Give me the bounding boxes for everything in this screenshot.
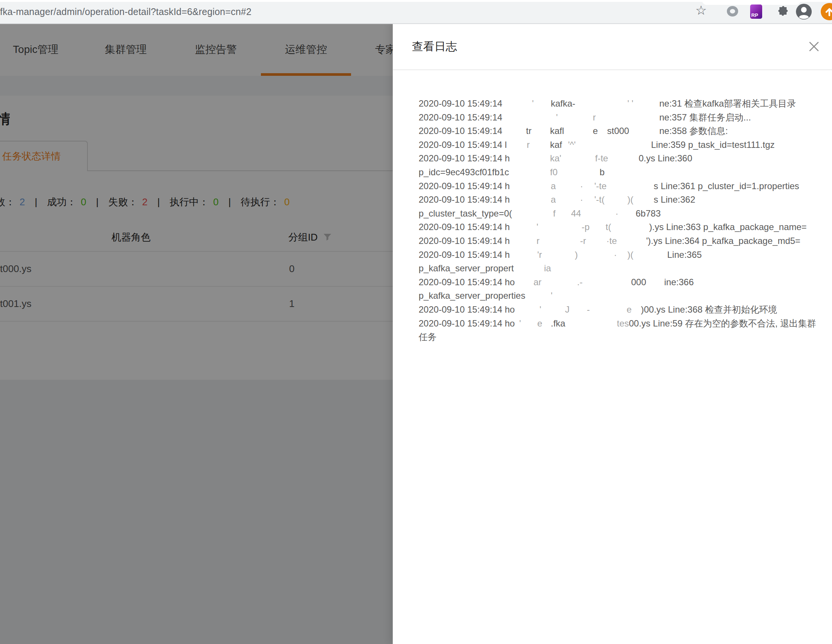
extension-ring-icon[interactable] xyxy=(727,6,738,16)
log-line: 任务 xyxy=(419,331,819,345)
log-line: p_kafka_server_properties' xyxy=(419,289,819,303)
log-line: 2020-09-10 15:49:14 lrkaf'^'Line:359 p_t… xyxy=(419,139,819,152)
log-line: p_idc=9ec493cf01fb1cf0b xyxy=(419,166,819,180)
log-line: 2020-09-10 15:49:14 ha·'-t()(s Line:362 xyxy=(419,193,819,207)
log-line: 2020-09-10 15:49:14 h'r)·)(Line:365 xyxy=(419,248,819,262)
log-line: p_cluster_task_type=0(f44·6b783 xyxy=(419,207,819,221)
extensions-puzzle-icon[interactable] xyxy=(773,5,789,21)
address-bar[interactable]: fka-manager/admin/operation-detail?taskI… xyxy=(0,0,251,23)
log-line: 2020-09-10 15:49:14 ho'J-e)00.ys Line:36… xyxy=(419,303,819,317)
drawer-title: 查看日志 xyxy=(412,23,457,69)
log-line: 2020-09-10 15:49:14 hr-r·te').ys Line:36… xyxy=(419,235,819,248)
log-drawer: 查看日志 2020-09-10 15:49:14'kafka-' 'ne:31 … xyxy=(393,23,832,644)
bookmark-star-icon[interactable]: ☆ xyxy=(695,3,707,18)
log-line: 2020-09-10 15:49:14 ha·'-tes Line:361 p_… xyxy=(419,180,819,193)
log-line: 2020-09-10 15:49:14 h'-pt().ys Line:363 … xyxy=(419,221,819,235)
log-line: p_kafka_server_propertia xyxy=(419,262,819,276)
log-line: 2020-09-10 15:49:14 hka'f-te0.ys Line:36… xyxy=(419,152,819,166)
update-icon[interactable] xyxy=(821,3,832,20)
rp-extension-icon[interactable]: RP xyxy=(750,5,762,19)
drawer-body: 2020-09-10 15:49:14'kafka-' 'ne:31 检查kaf… xyxy=(393,70,832,345)
browser-toolbar: fka-manager/admin/operation-detail?taskI… xyxy=(0,0,832,24)
log-line: 2020-09-10 15:49:14 hoar.-000ine:366 xyxy=(419,276,819,290)
modal-mask[interactable] xyxy=(0,23,393,644)
log-line: 2020-09-10 15:49:14 ho'e.fkates00.ys Lin… xyxy=(419,317,819,331)
rp-extension-label: RP xyxy=(751,13,758,18)
log-line: 2020-09-10 15:49:14trkaflest000ne:358 参数… xyxy=(419,125,819,139)
screen: fka-manager/admin/operation-detail?taskI… xyxy=(0,0,832,644)
profile-icon[interactable] xyxy=(795,3,813,22)
log-line: 2020-09-10 15:49:14'kafka-' 'ne:31 检查kaf… xyxy=(419,97,819,111)
drawer-header: 查看日志 xyxy=(393,23,832,70)
log-content: 2020-09-10 15:49:14'kafka-' 'ne:31 检查kaf… xyxy=(419,97,819,345)
close-icon[interactable] xyxy=(807,40,821,53)
log-line: 2020-09-10 15:49:14'rne:357 集群任务启动... xyxy=(419,111,819,125)
